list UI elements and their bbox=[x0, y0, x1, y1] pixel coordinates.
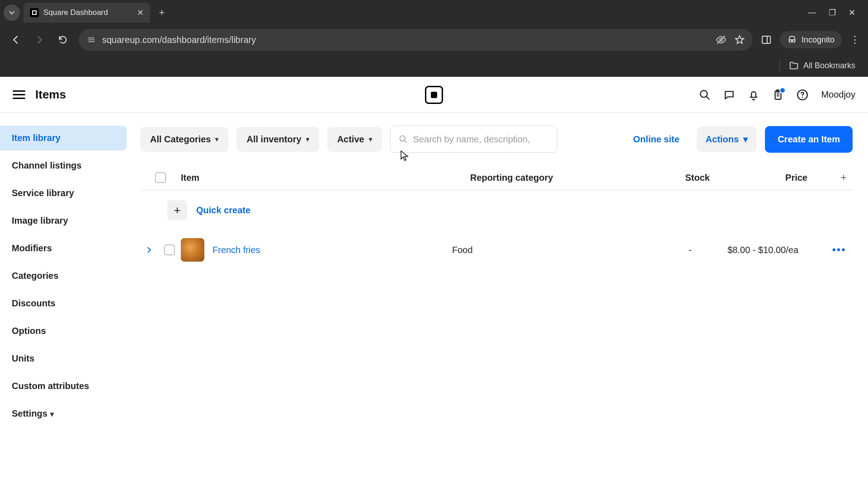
button-label: Create an Item bbox=[778, 134, 840, 144]
bookmark-star-icon[interactable] bbox=[735, 35, 745, 45]
chat-icon[interactable] bbox=[723, 89, 735, 101]
window-controls: — ❐ ✕ bbox=[808, 8, 864, 18]
svg-point-13 bbox=[802, 97, 803, 98]
create-item-button[interactable]: Create an Item bbox=[765, 126, 853, 153]
sidebar-item-label: Custom attributes bbox=[12, 381, 89, 391]
url-text: squareup.com/dashboard/items/library bbox=[102, 35, 256, 45]
favicon-icon bbox=[30, 8, 39, 17]
sidebar-item-item-library[interactable]: Item library bbox=[0, 126, 127, 150]
filter-categories[interactable]: All Categories ▾ bbox=[140, 127, 228, 152]
sidebar-item-units[interactable]: Units bbox=[0, 346, 127, 371]
sidebar-item-label: Service library bbox=[12, 188, 74, 198]
bookmarks-bar: All Bookmarks bbox=[0, 54, 868, 77]
main-content: All Categories ▾ All inventory ▾ Active … bbox=[131, 113, 868, 488]
browser-tab[interactable]: Square Dashboard ✕ bbox=[24, 3, 150, 23]
add-column-button[interactable]: + bbox=[835, 172, 853, 183]
back-button[interactable] bbox=[8, 32, 24, 47]
incognito-label: Incognito bbox=[802, 35, 835, 45]
app-header: Items Moodjoy bbox=[0, 77, 868, 113]
filter-status[interactable]: Active ▾ bbox=[327, 127, 382, 152]
folder-icon bbox=[789, 61, 799, 70]
search-icon[interactable] bbox=[699, 89, 711, 101]
sidebar-item-label: Settings bbox=[12, 408, 47, 418]
actions-button[interactable]: Actions ▾ bbox=[697, 127, 757, 152]
side-panel-icon[interactable] bbox=[761, 34, 772, 45]
item-name[interactable]: French fries bbox=[212, 245, 260, 255]
sidebar-item-label: Units bbox=[12, 353, 34, 363]
new-tab-button[interactable]: + bbox=[154, 5, 170, 21]
sidebar-item-label: Image library bbox=[12, 216, 68, 225]
filter-label: All Categories bbox=[150, 134, 211, 145]
username[interactable]: Moodjoy bbox=[821, 89, 855, 100]
quick-create-label: Quick create bbox=[196, 205, 250, 216]
chevron-down-icon: ▾ bbox=[50, 410, 54, 418]
table-header: Item Reporting category Stock Price + bbox=[140, 165, 853, 190]
chevron-down-icon: ▾ bbox=[369, 136, 372, 143]
tabs-dropdown[interactable] bbox=[4, 5, 20, 21]
chevron-down-icon: ▾ bbox=[306, 136, 309, 143]
help-icon[interactable] bbox=[797, 89, 808, 101]
online-site-link[interactable]: Online site bbox=[624, 127, 689, 152]
sidebar-item-label: Item library bbox=[12, 133, 61, 143]
forward-button[interactable] bbox=[32, 32, 47, 47]
sidebar-item-image-library[interactable]: Image library bbox=[0, 208, 127, 233]
quick-create-row[interactable]: + Quick create bbox=[140, 190, 853, 230]
clipboard-icon[interactable] bbox=[772, 89, 784, 101]
item-price: $8.00 - $10.00/ea bbox=[692, 245, 826, 255]
eye-off-icon[interactable] bbox=[716, 34, 726, 45]
search-input[interactable] bbox=[413, 134, 549, 145]
tab-strip: Square Dashboard ✕ + — ❐ ✕ bbox=[0, 0, 868, 25]
sidebar-item-categories[interactable]: Categories bbox=[0, 263, 127, 288]
expand-row-button[interactable] bbox=[140, 247, 158, 253]
chevron-down-icon: ▾ bbox=[743, 134, 748, 145]
incognito-icon bbox=[787, 35, 797, 45]
chevron-right-icon bbox=[146, 247, 152, 253]
sidebar-item-service-library[interactable]: Service library bbox=[0, 181, 127, 206]
col-header-category[interactable]: Reporting category bbox=[470, 173, 633, 183]
sidebar-item-discounts[interactable]: Discounts bbox=[0, 291, 127, 316]
col-header-price[interactable]: Price bbox=[710, 173, 835, 183]
address-bar[interactable]: squareup.com/dashboard/items/library bbox=[79, 29, 753, 51]
svg-line-15 bbox=[404, 140, 406, 142]
minimize-icon[interactable]: — bbox=[808, 8, 816, 18]
svg-rect-4 bbox=[762, 36, 770, 43]
close-tab-icon[interactable]: ✕ bbox=[137, 8, 144, 18]
table-row[interactable]: French fries Food - $8.00 - $10.00/ea ••… bbox=[140, 230, 853, 270]
maximize-icon[interactable]: ❐ bbox=[829, 8, 836, 18]
browser-menu-icon[interactable]: ⋮ bbox=[850, 34, 860, 46]
reload-button[interactable] bbox=[55, 32, 71, 47]
bell-icon[interactable] bbox=[748, 89, 760, 101]
chevron-down-icon: ▾ bbox=[215, 136, 218, 143]
sidebar-item-custom-attributes[interactable]: Custom attributes bbox=[0, 374, 127, 399]
toolbar: All Categories ▾ All inventory ▾ Active … bbox=[140, 126, 853, 153]
page-title: Items bbox=[35, 88, 66, 102]
filter-inventory[interactable]: All inventory ▾ bbox=[236, 127, 319, 152]
search-box[interactable] bbox=[390, 126, 557, 153]
col-header-stock[interactable]: Stock bbox=[633, 173, 710, 183]
sidebar-item-options[interactable]: Options bbox=[0, 319, 127, 343]
sidebar-item-channel-listings[interactable]: Channel listings bbox=[0, 153, 127, 178]
filter-label: Active bbox=[337, 134, 364, 145]
sidebar-item-settings[interactable]: Settings▾ bbox=[0, 401, 127, 426]
link-label: Online site bbox=[633, 134, 679, 144]
sidebar: Item library Channel listings Service li… bbox=[0, 113, 131, 488]
site-settings-icon[interactable] bbox=[87, 35, 96, 44]
square-logo-icon[interactable] bbox=[425, 86, 443, 104]
all-bookmarks-button[interactable]: All Bookmarks bbox=[789, 61, 855, 70]
row-more-button[interactable]: ••• bbox=[826, 244, 853, 256]
sidebar-item-label: Categories bbox=[12, 271, 58, 281]
sidebar-item-modifiers[interactable]: Modifiers bbox=[0, 236, 127, 261]
svg-line-7 bbox=[707, 96, 710, 99]
plus-icon: + bbox=[167, 200, 187, 220]
sidebar-item-label: Modifiers bbox=[12, 243, 52, 253]
items-table: Item Reporting category Stock Price + + … bbox=[140, 165, 853, 270]
close-window-icon[interactable]: ✕ bbox=[849, 8, 855, 18]
select-all-checkbox[interactable] bbox=[155, 172, 166, 183]
incognito-indicator[interactable]: Incognito bbox=[780, 31, 842, 48]
row-checkbox[interactable] bbox=[164, 244, 175, 255]
all-bookmarks-label: All Bookmarks bbox=[803, 61, 855, 70]
menu-button[interactable] bbox=[13, 90, 25, 99]
col-header-item[interactable]: Item bbox=[181, 173, 470, 183]
sidebar-item-label: Channel listings bbox=[12, 160, 81, 170]
item-stock: - bbox=[615, 245, 692, 255]
